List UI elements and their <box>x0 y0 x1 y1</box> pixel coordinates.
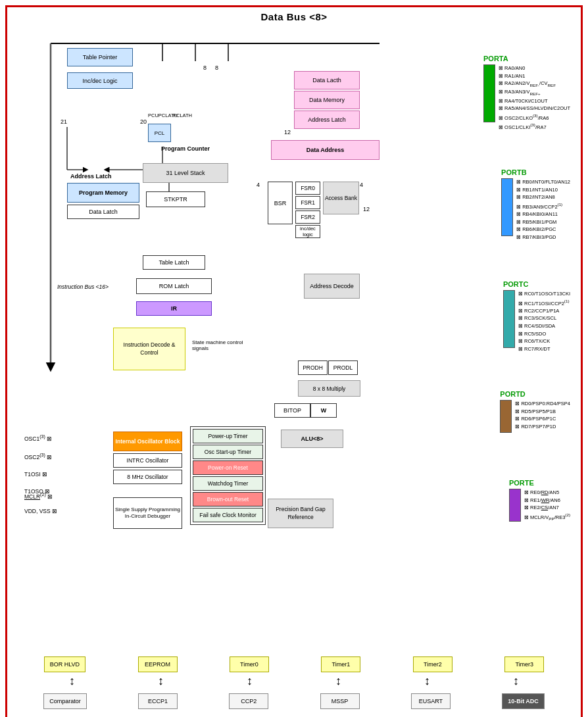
mhz-osc-box: 8 MHz Oscillator <box>113 470 182 484</box>
portb-rect <box>501 178 513 236</box>
address-decode-box: Address Decode <box>304 274 360 299</box>
osc-start-box: Osc Start-up Timer <box>193 445 263 459</box>
inc-dec-box: Inc/dec Logic <box>67 72 133 89</box>
alu-box: ALU<8> <box>281 430 343 448</box>
reset-timers-group: Power-up Timer Osc Start-up Timer Power-… <box>190 426 266 525</box>
bottom-arrows-row: ↕ ↕ ↕ ↕ ↕ ↕ <box>11 674 577 688</box>
main-diagram: Table Pointer Inc/dec Logic PCU PCH PCL … <box>11 25 577 656</box>
state-machine-label: State machine control signals <box>192 339 255 351</box>
portb-label: PORTB <box>501 168 570 176</box>
fsr2-box: FSR2 <box>295 210 320 224</box>
porta-rect <box>483 64 495 122</box>
program-counter-label: Program Counter <box>143 145 228 152</box>
num-12a: 12 <box>284 129 291 136</box>
eccp1-box: ECCP1 <box>138 693 178 709</box>
arrow1: ↕ <box>69 674 75 688</box>
portc-label: PORTC <box>503 280 570 288</box>
porta-label: PORTA <box>483 55 570 62</box>
prodh-box: PRODH <box>298 360 328 375</box>
program-memory-box: Program Memory <box>67 183 139 203</box>
address-latch2-box: Address Latch <box>294 111 360 129</box>
data-latch-pm-box: Data Latch <box>67 205 139 219</box>
porte-pins: ⊠ RE0/RD/AN5⊠ RE1/WR/AN6⊠ RE2/CS/AN7⊠ MC… <box>524 489 570 522</box>
arrow5: ↕ <box>424 674 430 688</box>
fsr0-box: FSR0 <box>295 182 320 195</box>
mclr-label: MCLR(2) ⊠ <box>24 492 57 500</box>
ir-box: IR <box>136 301 212 316</box>
bor-hlvd-box: BOR HLVD <box>44 656 86 672</box>
arrow4: ↕ <box>335 674 341 688</box>
porta-section: PORTA ⊠ RA0/AN0⊠ RA1/AN1⊠ RA2/AN2/VREF-/… <box>483 55 570 131</box>
num-12b: 12 <box>363 206 370 212</box>
porte-section: PORTE ⊠ RE0/RD/AN5⊠ RE1/WR/AN6⊠ RE2/CS/A… <box>509 479 570 522</box>
timer2-box: Timer2 <box>413 656 453 672</box>
bottom-row-2: Comparator ECCP1 CCP2 MSSP EUSART 10-Bit… <box>11 693 577 709</box>
comparator-box: Comparator <box>43 693 87 709</box>
arrow3: ↕ <box>247 674 253 688</box>
num-4a: 4 <box>257 182 260 188</box>
rom-latch-box: ROM Latch <box>136 278 212 294</box>
w-box: W <box>310 403 337 418</box>
vdd-vss-label: VDD, VSS ⊠ <box>24 508 57 514</box>
left-inputs: OSC1(3) ⊠ OSC2(3) ⊠ T1OSI ⊠ T1OSO ⊠ <box>24 434 52 495</box>
outer-border: Data Bus <8> <box>5 5 583 717</box>
num-20: 20 <box>140 118 147 125</box>
pcl-box: PCL <box>148 124 171 142</box>
failsafe-box: Fail safe Clock Monitor <box>193 508 263 522</box>
data-address-box: Data Address <box>271 140 380 160</box>
power-on-box: Power-on Reset <box>193 460 263 475</box>
inc-dec-logic-box: inc/dec logic <box>295 225 320 238</box>
ccp2-box: CCP2 <box>229 693 268 709</box>
portc-section: PORTC ⊠ RC0/T1OSO/T13CKI⊠ RC1/T1OSI/CCP2… <box>503 280 570 353</box>
multiply-box: 8 x 8 Multiply <box>298 380 360 397</box>
portd-pins: ⊠ RD0/PSP0:RD4/PSP4⊠ RD5/PSP5/P1B⊠ RD6/P… <box>515 400 570 431</box>
porte-rect <box>509 489 521 522</box>
watchdog-box: Watchdog Timer <box>193 476 263 491</box>
porta-pins: ⊠ RA0/AN0⊠ RA1/AN1⊠ RA2/AN2/VREF-/CVREF⊠… <box>499 64 570 131</box>
timer0-box: Timer0 <box>230 656 269 672</box>
instruction-bus-label: Instruction Bus <16> <box>57 284 109 290</box>
eusart-box: EUSART <box>411 693 451 709</box>
instruction-decode-box: Instruction Decode & Control <box>113 328 185 370</box>
fsr1-box: FSR1 <box>295 196 320 209</box>
internal-osc-box: Internal Oscillator Block <box>113 432 182 451</box>
access-bank-box: Access Bank <box>323 182 359 214</box>
brownout-box: Brown-out Reset <box>193 492 263 507</box>
intrc-box: INTRC Oscillator <box>113 453 182 468</box>
power-up-box: Power-up Timer <box>193 429 263 443</box>
portd-label: PORTD <box>500 390 570 398</box>
portd-rect <box>500 400 512 433</box>
left-inputs2: MCLR(2) ⊠ VDD, VSS ⊠ <box>24 492 57 514</box>
arrow6: ↕ <box>513 674 519 688</box>
address-latch-label: Address Latch <box>70 173 112 180</box>
portc-rect <box>503 290 515 348</box>
table-pointer-box: Table Pointer <box>67 48 133 66</box>
portc-pins: ⊠ RC0/T1OSO/T13CKI⊠ RC1/T1OSI/CCP2(1)⊠ R… <box>518 290 570 353</box>
mssp-box: MSSP <box>320 693 360 709</box>
num-8a: 8 <box>203 64 207 71</box>
t1osi-label: T1OSI ⊠ <box>24 471 52 478</box>
single-supply-box: Single Supply Programming In-Circuit Deb… <box>113 497 182 529</box>
num-21: 21 <box>61 118 67 125</box>
data-bus-label: Data Bus <8> <box>260 11 327 22</box>
precision-box: Precision Band Gap Reference <box>268 499 333 528</box>
bottom-row-1: BOR HLVD EEPROM Timer0 Timer1 Timer2 Tim… <box>11 656 577 672</box>
num-8b: 8 <box>215 64 218 71</box>
num-4b: 4 <box>360 182 363 188</box>
osc2-label: OSC2(3) ⊠ <box>24 453 52 460</box>
portb-section: PORTB ⊠ RB0/INT0/FLT0/AN12⊠ RB1/INT1/AN1… <box>501 168 570 241</box>
timer3-box: Timer3 <box>504 656 544 672</box>
pclath-label: PCLATH <box>171 112 194 118</box>
porte-label: PORTE <box>509 479 570 487</box>
osc1-label: OSC1(3) ⊠ <box>24 434 52 442</box>
level-stack-box: 31 Level Stack <box>143 163 228 183</box>
eeprom-box: EEPROM <box>138 656 178 672</box>
prodl-box: PRODL <box>328 360 358 375</box>
bitop-box: BITOP <box>274 403 310 418</box>
pclatu-label: PCUPCLATU <box>148 112 171 118</box>
table-latch-box: Table Latch <box>143 255 205 270</box>
adc-box: 10-Bit ADC <box>502 693 545 709</box>
data-bus-title: Data Bus <8> <box>11 11 577 22</box>
portd-section: PORTD ⊠ RD0/PSP0:RD4/PSP4⊠ RD5/PSP5/P1B⊠… <box>500 390 570 433</box>
portb-pins: ⊠ RB0/INT0/FLT0/AN12⊠ RB1/INT1/AN10⊠ RB2… <box>516 178 570 241</box>
